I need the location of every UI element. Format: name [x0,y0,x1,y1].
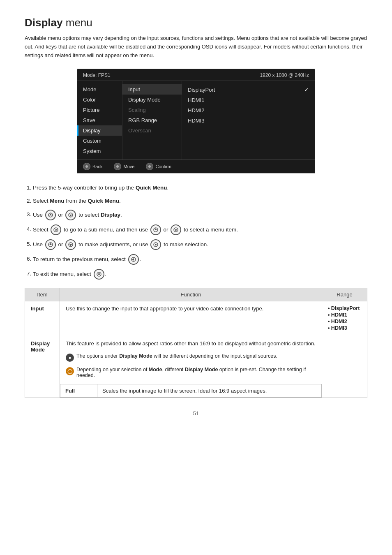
osd-menu-mockup: Mode: FPS1 1920 x 1080 @ 240Hz Mode Colo… [77,69,315,173]
osd-footer-back: Back [83,163,102,170]
osd-menu-system: System [77,146,122,156]
instruction-2: Select Menu from the Quick Menu. [33,197,367,206]
osd-resolution-label: 1920 x 1080 @ 240Hz [260,72,309,78]
osd-col-2: Input Display Mode Scaling RGB Range Ove… [122,81,182,160]
svg-marker-1 [49,213,52,215]
instruction-1: Press the 5-way controller to bring up t… [33,183,367,192]
osd-mode-label: Mode: FPS1 [83,72,111,78]
instruction-3: Use or to select Display. [33,210,367,220]
osd-sub-overscan: Overscan [122,125,182,136]
ctrl-center-icon [150,239,161,250]
osd-move-label: Move [123,164,134,169]
range-hdmi1: HDMI1 [328,312,361,318]
osd-menu-picture: Picture [77,105,122,115]
sub-table-display-mode: Full Scales the input image to fill the … [60,384,322,398]
ctrl-exit-icon [94,269,104,280]
osd-footer-move: Move [114,163,134,170]
instruction-7: To exit the menu, select . [33,269,367,280]
svg-marker-3 [69,215,72,217]
osd-menu-color: Color [77,95,122,105]
item-display-mode: DisplayMode [25,336,60,398]
ctrl-down-icon-3 [65,239,76,250]
osd-sub-scaling: Scaling [122,105,182,115]
ctrl-left-icon [128,254,139,265]
col-header-function: Function [60,288,322,301]
osd-val-hdmi3: HDMI3 [182,116,315,126]
intro-paragraph: Available menu options may vary dependin… [25,34,367,60]
instruction-list: Press the 5-way controller to bring up t… [25,183,367,279]
table-row-input: Input Use this to change the input to th… [25,301,367,336]
main-table: Item Function Range Input Use this to ch… [25,288,367,398]
ctrl-up-icon-2 [150,224,161,235]
range-displayport: DisplayPort [328,305,361,311]
ctrl-up-icon [45,210,56,220]
osd-sub-input: Input [122,84,182,95]
osd-menu-display: Display [77,125,122,136]
osd-col-1: Mode Color Picture Save Display Custom S… [77,81,122,160]
svg-marker-17 [132,258,134,261]
instruction-5: Use or to make adjustments, or use to ma… [33,239,367,250]
osd-footer: Back Move Confirm [77,160,315,173]
note-1: ● The options under Display Mode will be… [60,352,322,363]
svg-marker-7 [154,228,157,230]
svg-marker-19 [98,273,100,275]
ctrl-down-icon-2 [171,224,181,235]
ctrl-right-icon [51,224,61,235]
range-input: DisplayPort HDMI1 HDMI2 HDMI3 [322,301,367,336]
osd-sub-display-mode: Display Mode [122,95,182,105]
instruction-6: To return to the previous menu, select . [33,254,367,265]
svg-marker-5 [55,229,58,231]
range-display-mode [322,336,367,398]
col-header-item: Item [25,288,60,301]
osd-menu-mode: Mode [77,84,122,95]
osd-body: Mode Color Picture Save Display Custom S… [77,81,315,160]
function-input: Use this to change the input to that app… [60,301,322,336]
page-number: 51 [25,410,367,416]
function-display-mode: This feature is provided to allow aspect… [60,336,322,398]
osd-sub-rgb-range: RGB Range [122,115,182,125]
note-icon-2: ◯ [66,367,74,375]
osd-footer-confirm: Confirm [146,163,171,170]
note-icon-1: ● [66,354,74,362]
osd-back-label: Back [92,164,102,169]
ctrl-down-icon [65,210,76,220]
osd-col-3: DisplayPort ✓ HDMI1 HDMI2 HDMI3 [182,81,315,160]
svg-marker-13 [69,244,72,246]
sub-function-full: Scales the input image to fill the scree… [97,384,322,397]
osd-menu-save: Save [77,115,122,125]
item-input: Input [25,301,60,336]
range-hdmi3: HDMI3 [328,325,361,331]
svg-marker-9 [175,229,177,231]
table-row-display-mode: DisplayMode This feature is provided to … [25,336,367,398]
osd-confirm-label: Confirm [155,164,171,169]
col-header-range: Range [322,288,367,301]
sub-item-full: Full [60,384,97,397]
instruction-4: Select to go to a sub menu, and then use… [33,224,367,235]
osd-val-hdmi2: HDMI2 [182,105,315,116]
osd-val-displayport: DisplayPort ✓ [182,84,315,95]
sub-row-full: Full Scales the input image to fill the … [60,384,322,397]
svg-marker-11 [49,243,52,245]
osd-menu-custom: Custom [77,136,122,146]
note-2: ◯ Depending on your selection of Mode, d… [60,366,322,381]
page-title: Display menu [25,16,367,29]
move-icon [114,163,121,170]
confirm-icon [146,163,153,170]
display-mode-desc: This feature is provided to allow aspect… [60,336,322,349]
back-icon [83,163,90,170]
svg-point-15 [155,244,157,245]
osd-header: Mode: FPS1 1920 x 1080 @ 240Hz [77,69,315,81]
range-hdmi2: HDMI2 [328,319,361,324]
osd-val-hdmi1: HDMI1 [182,95,315,105]
ctrl-up-icon-3 [45,239,56,250]
